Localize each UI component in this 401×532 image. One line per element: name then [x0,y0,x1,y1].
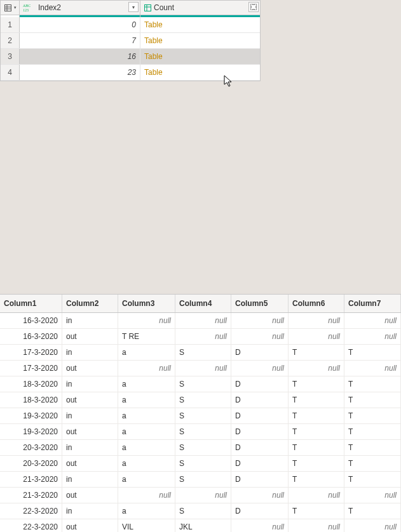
detail-cell[interactable]: a [118,345,175,360]
detail-cell[interactable]: null [289,313,344,328]
detail-cell[interactable]: 17-3-2020 [0,345,62,360]
detail-cell[interactable]: null [344,313,401,328]
detail-cell[interactable]: null [344,519,401,532]
detail-row[interactable]: 21-3-2020outnullnullnullnullnull [0,488,401,503]
column-header-index2[interactable]: ABC 123 Index2 ▾ [20,1,140,15]
detail-cell[interactable]: 16-3-2020 [0,329,62,344]
detail-cell[interactable]: T [344,456,401,471]
detail-cell[interactable]: a [118,408,175,423]
detail-cell[interactable]: out [62,519,118,532]
detail-cell[interactable]: in [62,440,118,455]
detail-cell[interactable]: T [344,503,401,519]
detail-cell[interactable]: a [118,472,175,487]
detail-cell[interactable]: a [118,456,175,471]
detail-cell[interactable]: D [231,456,289,471]
detail-column-header[interactable]: Column1 [0,295,62,312]
detail-cell[interactable]: T [289,456,344,471]
detail-cell[interactable]: D [231,424,289,439]
detail-cell[interactable]: in [62,345,118,360]
index2-cell[interactable]: 7 [20,33,140,48]
detail-row[interactable]: 18-3-2020inaSDTT [0,376,401,392]
detail-cell[interactable]: null [289,519,344,532]
detail-cell[interactable]: T [289,503,344,519]
detail-cell[interactable]: null [175,329,231,344]
detail-cell[interactable]: T [289,440,344,455]
detail-cell[interactable]: out [62,456,118,471]
detail-cell[interactable]: JKL [175,519,231,532]
detail-column-header[interactable]: Column2 [62,295,118,312]
detail-cell[interactable]: S [175,503,231,519]
detail-row[interactable]: 22-3-2020inaSDTT [0,503,401,519]
detail-cell[interactable]: T [289,392,344,408]
detail-column-header[interactable]: Column7 [344,295,401,312]
detail-cell[interactable]: 18-3-2020 [0,376,62,392]
detail-cell[interactable]: D [231,472,289,487]
detail-cell[interactable]: T [289,472,344,487]
table-row[interactable]: 27Table [1,33,260,49]
column-filter-dropdown[interactable]: ▾ [128,2,139,12]
detail-cell[interactable]: 16-3-2020 [0,313,62,328]
table-row[interactable]: 423Table [1,65,260,81]
detail-cell[interactable]: T [344,376,401,392]
detail-cell[interactable]: 20-3-2020 [0,456,62,471]
detail-cell[interactable]: null [175,361,231,376]
detail-column-header[interactable]: Column6 [289,295,344,312]
detail-cell[interactable]: null [118,313,175,328]
count-table-link[interactable]: Table [140,65,260,80]
detail-cell[interactable]: null [231,519,289,532]
detail-cell[interactable]: D [231,392,289,408]
detail-cell[interactable]: S [175,440,231,455]
detail-row[interactable]: 18-3-2020outaSDTT [0,392,401,408]
detail-cell[interactable]: T [344,440,401,455]
detail-cell[interactable]: S [175,376,231,392]
detail-cell[interactable]: null [289,361,344,376]
detail-cell[interactable]: null [175,313,231,328]
detail-cell[interactable]: null [344,361,401,376]
detail-cell[interactable]: null [289,488,344,503]
row-number-cell[interactable]: 2 [1,33,20,48]
detail-row[interactable]: 22-3-2020outVILJKLnullnullnull [0,519,401,532]
detail-cell[interactable]: T [344,345,401,360]
detail-cell[interactable]: 20-3-2020 [0,440,62,455]
detail-cell[interactable]: T [289,345,344,360]
count-table-link[interactable]: Table [140,17,260,32]
row-number-cell[interactable]: 4 [1,65,20,80]
query-preview-grid[interactable]: ▾ ABC 123 Index2 ▾ Count [0,0,261,81]
detail-preview-grid[interactable]: Column1Column2Column3Column4Column5Colum… [0,294,401,532]
detail-cell[interactable]: in [62,376,118,392]
detail-cell[interactable]: S [175,345,231,360]
detail-cell[interactable]: null [231,361,289,376]
detail-cell[interactable]: T [289,424,344,439]
table-row[interactable]: 10Table [1,17,260,33]
detail-cell[interactable]: D [231,440,289,455]
detail-cell[interactable]: S [175,408,231,423]
detail-cell[interactable]: null [118,488,175,503]
row-number-cell[interactable]: 3 [1,49,20,64]
detail-cell[interactable]: out [62,392,118,408]
row-selector-header[interactable]: ▾ [1,1,20,15]
row-number-cell[interactable]: 1 [1,17,20,32]
detail-cell[interactable]: out [62,361,118,376]
detail-cell[interactable]: T [289,376,344,392]
detail-cell[interactable]: null [231,313,289,328]
detail-cell[interactable]: D [231,408,289,423]
index2-cell[interactable]: 23 [20,65,140,80]
detail-cell[interactable]: in [62,313,118,328]
detail-cell[interactable]: D [231,503,289,519]
detail-cell[interactable]: D [231,345,289,360]
detail-cell[interactable]: in [62,503,118,519]
detail-row[interactable]: 19-3-2020inaSDTT [0,408,401,424]
detail-cell[interactable]: null [118,361,175,376]
detail-cell[interactable]: T RE [118,329,175,344]
detail-cell[interactable]: VIL [118,519,175,532]
detail-cell[interactable]: a [118,392,175,408]
detail-cell[interactable]: S [175,472,231,487]
count-table-link[interactable]: Table [140,49,260,64]
detail-row[interactable]: 20-3-2020outaSDTT [0,456,401,472]
detail-cell[interactable]: null [231,329,289,344]
detail-cell[interactable]: 21-3-2020 [0,472,62,487]
column-expand-button[interactable] [248,2,259,12]
count-table-link[interactable]: Table [140,33,260,48]
detail-cell[interactable]: null [344,488,401,503]
table-row[interactable]: 316Table [1,49,260,65]
